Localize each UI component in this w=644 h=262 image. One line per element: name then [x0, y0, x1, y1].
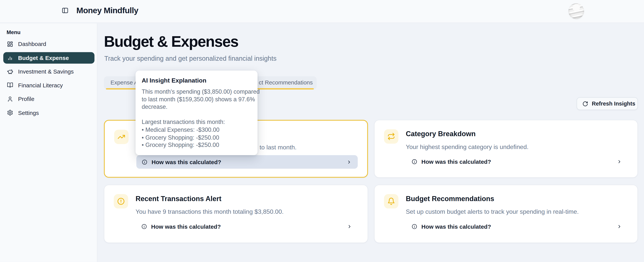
tooltip-line — [142, 111, 251, 118]
sidebar-item-profile[interactable]: Profile — [3, 93, 94, 105]
ai-insight-tooltip: AI Insight Explanation This month's spen… — [136, 71, 258, 155]
tooltip-line: • Grocery Shopping: -$250.00 — [142, 134, 251, 141]
info-icon — [141, 224, 147, 229]
card-description-fragment: to last month. — [260, 144, 296, 151]
sidebar-item-label: Financial Literacy — [18, 82, 63, 88]
card-title: Budget Recommendations — [406, 195, 494, 203]
gear-icon — [7, 110, 13, 116]
chevron-right-icon — [617, 159, 622, 164]
refresh-insights-button[interactable]: Refresh Insights — [577, 97, 638, 110]
card-description: Set up custom budget alerts to track you… — [406, 208, 579, 215]
how-calculated-row[interactable]: How was this calculated? — [406, 220, 628, 233]
book-open-icon — [7, 82, 13, 88]
sidebar-item-settings[interactable]: Settings — [3, 107, 94, 118]
how-calculated-label: How was this calculated? — [422, 158, 491, 165]
card-description: You have 9 transactions this month total… — [136, 208, 284, 215]
sidebar-item-label: Budget & Expense — [18, 54, 69, 61]
main-content: Budget & Expenses Track your spending an… — [98, 23, 644, 262]
top-header: Money Mindfully — [0, 0, 644, 23]
sidebar-nav: Dashboard Budget & Expense Investment — [0, 38, 97, 121]
tooltip-title: AI Insight Explanation — [142, 77, 251, 84]
page-subtitle: Track your spending and get personalized… — [104, 55, 276, 62]
piggy-bank-icon — [7, 68, 13, 74]
sidebar-item-label: Investment & Savings — [18, 68, 74, 75]
tooltip-line: • Grocery Shopping: -$250.00 — [142, 141, 251, 149]
how-calculated-row[interactable]: How was this calculated? — [136, 155, 358, 169]
alert-circle-icon — [114, 194, 128, 209]
app-window: Money Mindfully Menu Dashboard — [0, 0, 644, 262]
how-calculated-row[interactable]: How was this calculated? — [406, 155, 628, 168]
menu-section-label: Menu — [6, 29, 20, 35]
card-title: Recent Transactions Alert — [136, 195, 222, 203]
info-icon — [412, 159, 417, 164]
tooltip-line: decrease. — [142, 103, 251, 111]
info-icon — [412, 224, 417, 229]
sidebar-item-budget-expense[interactable]: Budget & Expense — [3, 52, 94, 63]
card-title: Category Breakdown — [406, 130, 476, 138]
how-calculated-label: How was this calculated? — [422, 223, 491, 230]
tooltip-line: • Medical Expenses: -$300.00 — [142, 126, 251, 134]
tooltip-line: to last month ($159,350.00) shows a 97.6… — [142, 95, 251, 103]
chevron-right-icon — [347, 224, 352, 229]
card-description: Your highest spending category is undefi… — [406, 143, 528, 150]
chevron-right-icon — [617, 224, 622, 229]
card-recent-transactions-alert: Recent Transactions Alert You have 9 tra… — [104, 185, 368, 243]
page-title: Budget & Expenses — [104, 33, 238, 50]
how-calculated-label: How was this calculated? — [152, 159, 221, 165]
tooltip-line: Largest transactions this month: — [142, 118, 251, 126]
sidebar-item-label: Dashboard — [18, 41, 46, 47]
bell-icon — [384, 194, 398, 209]
dashboard-grid-icon — [7, 41, 13, 47]
sidebar-item-dashboard[interactable]: Dashboard — [3, 38, 94, 50]
info-icon — [142, 159, 148, 165]
sidebar-toggle-button[interactable] — [62, 7, 70, 15]
app-title: Money Mindfully — [76, 6, 138, 15]
refresh-insights-label: Refresh Insights — [592, 101, 636, 107]
sidebar-item-label: Profile — [18, 96, 34, 102]
refresh-icon — [582, 101, 588, 106]
sidebar-item-financial-literacy[interactable]: Financial Literacy — [3, 79, 94, 91]
how-calculated-label: How was this calculated? — [151, 223, 221, 230]
sidebar-item-investment-savings[interactable]: Investment & Savings — [3, 66, 94, 77]
chevron-right-icon — [347, 160, 352, 165]
tab-recommendations[interactable]: ct Recommendations — [259, 79, 313, 86]
tooltip-line: This month's spending ($3,850.00) compar… — [142, 88, 251, 96]
user-icon — [7, 96, 13, 102]
user-avatar[interactable] — [568, 3, 584, 19]
card-category-breakdown: Category Breakdown Your highest spending… — [374, 120, 638, 178]
how-calculated-row[interactable]: How was this calculated? — [136, 220, 358, 233]
trending-up-icon — [114, 130, 128, 144]
tab-expense-analysis[interactable]: Expense A — [110, 79, 138, 86]
card-budget-recommendations: Budget Recommendations Set up custom bud… — [374, 185, 638, 243]
sidebar-item-label: Settings — [18, 109, 39, 116]
sidebar: Menu Dashboard Budget & Expense — [0, 23, 97, 262]
bar-chart-icon — [7, 55, 13, 61]
repeat-arrows-icon — [384, 129, 398, 144]
panel-left-icon — [62, 8, 68, 15]
